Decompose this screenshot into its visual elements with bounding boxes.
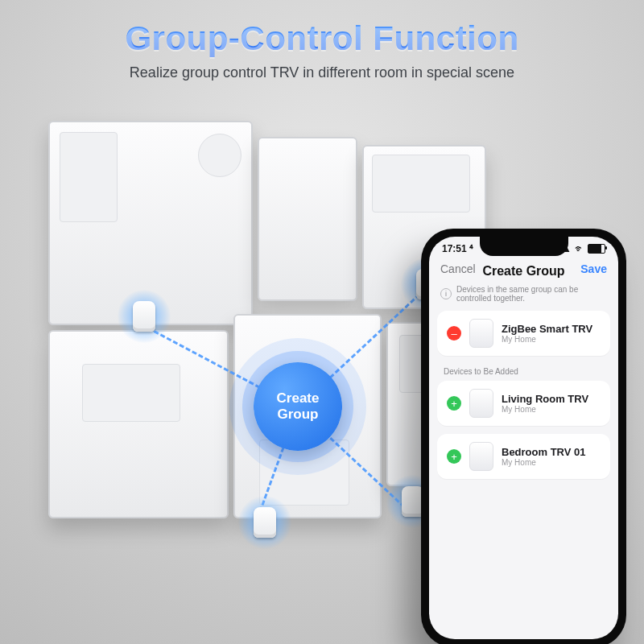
- device-name: Bedroom TRV 01: [502, 446, 586, 458]
- cancel-button[interactable]: Cancel: [440, 262, 476, 275]
- battery-icon: [588, 244, 605, 254]
- phone-mockup: 17:51 ⁴ ▲ ᯤ Cancel Save Create Group i D…: [421, 229, 626, 644]
- device-row[interactable]: – ZigBee Smart TRV My Home: [437, 311, 610, 356]
- hub-label: Create Group: [277, 390, 320, 422]
- info-icon: i: [440, 288, 452, 299]
- device-name: Living Room TRV: [502, 393, 588, 405]
- phone-notch: [480, 237, 568, 256]
- device-name: ZigBee Smart TRV: [502, 323, 592, 335]
- section-label: Devices to Be Added: [429, 364, 618, 381]
- page-subtitle: Realize group control TRV in different r…: [0, 64, 644, 81]
- device-home: My Home: [502, 405, 588, 414]
- wifi-icon: ᯤ: [575, 243, 584, 254]
- trv-icon: [469, 389, 493, 418]
- hint-text: i Devices in the same group can be contr…: [429, 279, 618, 311]
- trv-device-icon: [238, 496, 291, 549]
- page-title: Group-Control Function: [0, 19, 644, 58]
- add-icon[interactable]: +: [447, 449, 461, 464]
- device-home: My Home: [502, 458, 586, 467]
- device-row[interactable]: + Bedroom TRV 01 My Home: [437, 434, 610, 479]
- trv-icon: [469, 319, 493, 348]
- add-icon[interactable]: +: [447, 396, 461, 411]
- create-group-hub: Create Group: [254, 362, 342, 451]
- save-button[interactable]: Save: [580, 262, 607, 275]
- trv-icon: [469, 442, 493, 471]
- status-time: 17:51 ⁴: [442, 243, 473, 254]
- remove-icon[interactable]: –: [447, 326, 461, 341]
- device-row[interactable]: + Living Room TRV My Home: [437, 381, 610, 426]
- room: [258, 137, 357, 301]
- device-home: My Home: [502, 335, 592, 344]
- trv-device-icon: [118, 290, 171, 343]
- hint-label: Devices in the same group can be control…: [456, 285, 607, 303]
